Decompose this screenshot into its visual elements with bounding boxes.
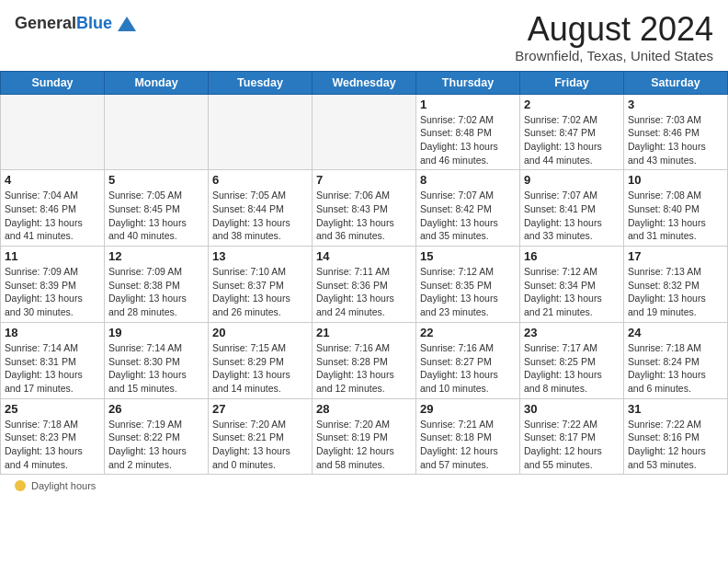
calendar-cell: 1Sunrise: 7:02 AMSunset: 8:48 PMDaylight… <box>416 94 520 170</box>
calendar-cell: 13Sunrise: 7:10 AMSunset: 8:37 PMDayligh… <box>209 247 313 323</box>
calendar-cell: 21Sunrise: 7:16 AMSunset: 8:28 PMDayligh… <box>313 322 416 398</box>
day-number: 18 <box>5 326 100 339</box>
page-header: GeneralBlue August 2024 Brownfield, Texa… <box>0 0 728 71</box>
calendar-cell <box>209 94 313 170</box>
day-info: Sunrise: 7:05 AMSunset: 8:45 PMDaylight:… <box>108 189 204 243</box>
footer-label: Daylight hours <box>31 480 96 491</box>
day-info: Sunrise: 7:05 AMSunset: 8:44 PMDaylight:… <box>212 189 308 243</box>
week-row-5: 25Sunrise: 7:18 AMSunset: 8:23 PMDayligh… <box>1 398 728 475</box>
day-number: 23 <box>524 326 620 339</box>
column-header-tuesday: Tuesday <box>209 71 313 94</box>
column-header-friday: Friday <box>520 71 624 94</box>
day-info: Sunrise: 7:18 AMSunset: 8:24 PMDaylight:… <box>628 341 723 396</box>
day-number: 21 <box>316 326 412 339</box>
day-number: 20 <box>212 326 308 339</box>
logo-text: GeneralBlue <box>15 15 112 33</box>
column-header-monday: Monday <box>105 71 209 94</box>
column-header-saturday: Saturday <box>624 71 728 94</box>
calendar-cell: 29Sunrise: 7:21 AMSunset: 8:18 PMDayligh… <box>416 398 520 475</box>
calendar-cell: 4Sunrise: 7:04 AMSunset: 8:46 PMDaylight… <box>1 170 105 247</box>
day-info: Sunrise: 7:16 AMSunset: 8:27 PMDaylight:… <box>420 341 516 396</box>
day-number: 29 <box>420 402 516 416</box>
day-number: 27 <box>212 402 308 416</box>
calendar-cell: 9Sunrise: 7:07 AMSunset: 8:41 PMDaylight… <box>520 170 624 247</box>
day-number: 7 <box>316 173 412 187</box>
day-number: 17 <box>628 249 723 263</box>
day-info: Sunrise: 7:20 AMSunset: 8:19 PMDaylight:… <box>316 418 412 472</box>
calendar-cell <box>105 94 209 170</box>
calendar-cell: 24Sunrise: 7:18 AMSunset: 8:24 PMDayligh… <box>624 322 728 398</box>
day-number: 15 <box>420 249 516 263</box>
main-title: August 2024 <box>515 11 713 48</box>
day-number: 5 <box>108 173 204 187</box>
column-header-sunday: Sunday <box>1 71 105 94</box>
logo-general: General <box>15 14 76 32</box>
day-info: Sunrise: 7:15 AMSunset: 8:29 PMDaylight:… <box>212 341 308 396</box>
svg-marker-0 <box>118 17 136 31</box>
calendar-cell: 5Sunrise: 7:05 AMSunset: 8:45 PMDaylight… <box>105 170 209 247</box>
day-number: 22 <box>420 326 516 339</box>
calendar-cell: 30Sunrise: 7:22 AMSunset: 8:17 PMDayligh… <box>520 398 624 475</box>
day-number: 13 <box>212 249 308 263</box>
week-row-2: 4Sunrise: 7:04 AMSunset: 8:46 PMDaylight… <box>1 170 728 247</box>
day-info: Sunrise: 7:07 AMSunset: 8:41 PMDaylight:… <box>524 189 620 243</box>
day-number: 3 <box>628 98 723 111</box>
calendar-cell: 27Sunrise: 7:20 AMSunset: 8:21 PMDayligh… <box>209 398 313 475</box>
day-info: Sunrise: 7:09 AMSunset: 8:38 PMDaylight:… <box>108 265 204 319</box>
day-info: Sunrise: 7:04 AMSunset: 8:46 PMDaylight:… <box>5 189 100 243</box>
calendar-cell: 22Sunrise: 7:16 AMSunset: 8:27 PMDayligh… <box>416 322 520 398</box>
calendar-cell <box>1 94 105 170</box>
day-number: 1 <box>420 98 516 111</box>
day-number: 6 <box>212 173 308 187</box>
day-info: Sunrise: 7:16 AMSunset: 8:28 PMDaylight:… <box>316 341 412 396</box>
column-header-wednesday: Wednesday <box>313 71 416 94</box>
day-number: 26 <box>108 402 204 416</box>
day-number: 24 <box>628 326 723 339</box>
calendar-cell: 11Sunrise: 7:09 AMSunset: 8:39 PMDayligh… <box>1 247 105 323</box>
day-info: Sunrise: 7:12 AMSunset: 8:35 PMDaylight:… <box>420 265 516 319</box>
day-info: Sunrise: 7:08 AMSunset: 8:40 PMDaylight:… <box>628 189 723 243</box>
daylight-icon <box>15 480 26 491</box>
footer-note: Daylight hours <box>0 475 728 497</box>
calendar-cell: 7Sunrise: 7:06 AMSunset: 8:43 PMDaylight… <box>313 170 416 247</box>
day-info: Sunrise: 7:22 AMSunset: 8:17 PMDaylight:… <box>524 418 620 472</box>
day-number: 2 <box>524 98 620 111</box>
day-info: Sunrise: 7:09 AMSunset: 8:39 PMDaylight:… <box>5 265 100 319</box>
day-number: 12 <box>108 249 204 263</box>
logo-blue: Blue <box>76 14 112 32</box>
day-info: Sunrise: 7:06 AMSunset: 8:43 PMDaylight:… <box>316 189 412 243</box>
day-info: Sunrise: 7:19 AMSunset: 8:22 PMDaylight:… <box>108 418 204 472</box>
day-number: 16 <box>524 249 620 263</box>
logo: GeneralBlue <box>15 11 140 37</box>
week-row-4: 18Sunrise: 7:14 AMSunset: 8:31 PMDayligh… <box>1 322 728 398</box>
day-info: Sunrise: 7:14 AMSunset: 8:31 PMDaylight:… <box>5 341 100 396</box>
calendar-cell: 16Sunrise: 7:12 AMSunset: 8:34 PMDayligh… <box>520 247 624 323</box>
day-info: Sunrise: 7:17 AMSunset: 8:25 PMDaylight:… <box>524 341 620 396</box>
calendar-cell <box>313 94 416 170</box>
calendar-cell: 15Sunrise: 7:12 AMSunset: 8:35 PMDayligh… <box>416 247 520 323</box>
day-info: Sunrise: 7:14 AMSunset: 8:30 PMDaylight:… <box>108 341 204 396</box>
calendar-cell: 26Sunrise: 7:19 AMSunset: 8:22 PMDayligh… <box>105 398 209 475</box>
calendar-cell: 20Sunrise: 7:15 AMSunset: 8:29 PMDayligh… <box>209 322 313 398</box>
calendar-table: SundayMondayTuesdayWednesdayThursdayFrid… <box>0 71 728 476</box>
day-number: 8 <box>420 173 516 187</box>
calendar-cell: 19Sunrise: 7:14 AMSunset: 8:30 PMDayligh… <box>105 322 209 398</box>
column-header-thursday: Thursday <box>416 71 520 94</box>
week-row-1: 1Sunrise: 7:02 AMSunset: 8:48 PMDaylight… <box>1 94 728 170</box>
day-info: Sunrise: 7:13 AMSunset: 8:32 PMDaylight:… <box>628 265 723 319</box>
day-number: 30 <box>524 402 620 416</box>
title-block: August 2024 Brownfield, Texas, United St… <box>515 11 713 63</box>
header-row: SundayMondayTuesdayWednesdayThursdayFrid… <box>1 71 728 94</box>
day-number: 9 <box>524 173 620 187</box>
calendar-cell: 31Sunrise: 7:22 AMSunset: 8:16 PMDayligh… <box>624 398 728 475</box>
logo-icon <box>114 11 140 37</box>
day-info: Sunrise: 7:21 AMSunset: 8:18 PMDaylight:… <box>420 418 516 472</box>
calendar-cell: 25Sunrise: 7:18 AMSunset: 8:23 PMDayligh… <box>1 398 105 475</box>
calendar-cell: 14Sunrise: 7:11 AMSunset: 8:36 PMDayligh… <box>313 247 416 323</box>
calendar-cell: 3Sunrise: 7:03 AMSunset: 8:46 PMDaylight… <box>624 94 728 170</box>
calendar-cell: 17Sunrise: 7:13 AMSunset: 8:32 PMDayligh… <box>624 247 728 323</box>
calendar-cell: 8Sunrise: 7:07 AMSunset: 8:42 PMDaylight… <box>416 170 520 247</box>
day-info: Sunrise: 7:02 AMSunset: 8:48 PMDaylight:… <box>420 113 516 167</box>
day-info: Sunrise: 7:02 AMSunset: 8:47 PMDaylight:… <box>524 113 620 167</box>
calendar-cell: 28Sunrise: 7:20 AMSunset: 8:19 PMDayligh… <box>313 398 416 475</box>
